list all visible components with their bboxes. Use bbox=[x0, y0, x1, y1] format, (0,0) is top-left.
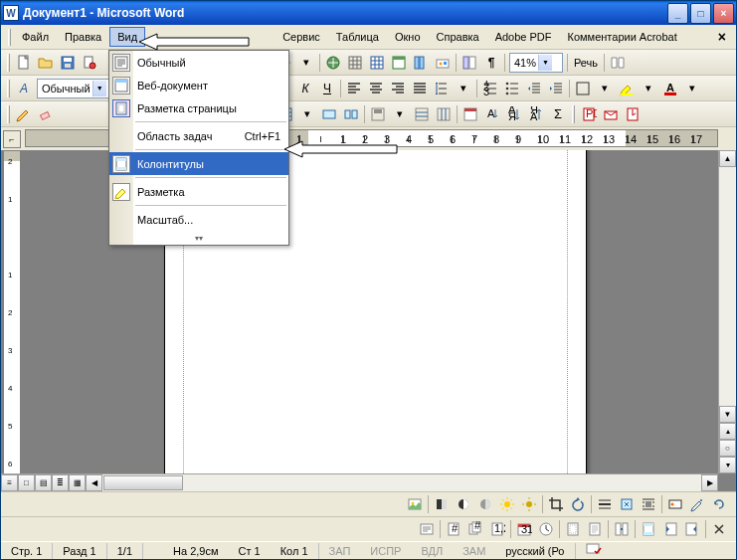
menu-item-web[interactable]: Веб-документ bbox=[109, 74, 288, 96]
vertical-ruler[interactable]: 2112345678 bbox=[3, 150, 21, 491]
draw-table-icon[interactable] bbox=[13, 103, 35, 125]
show-next-icon[interactable] bbox=[681, 518, 703, 540]
less-bright-icon[interactable] bbox=[518, 493, 540, 515]
more-bright-icon[interactable] bbox=[496, 493, 518, 515]
text-wrap-icon[interactable] bbox=[638, 493, 659, 515]
dropdown-arrow-icon[interactable]: ▾ bbox=[296, 103, 318, 125]
maximize-button[interactable]: □ bbox=[690, 3, 711, 24]
menu-item-header-footer[interactable]: Колонтитулы bbox=[109, 152, 288, 175]
hyperlink-icon[interactable] bbox=[322, 52, 344, 74]
vertical-scrollbar[interactable]: ▲ ▼ ▴ ○ ▾ bbox=[718, 150, 736, 473]
split-cells-icon[interactable] bbox=[340, 103, 362, 125]
excel-icon[interactable] bbox=[388, 52, 410, 74]
justify-icon[interactable] bbox=[409, 78, 431, 99]
tables-borders-icon[interactable] bbox=[344, 52, 366, 74]
insert-date-icon[interactable]: 31 bbox=[513, 518, 535, 540]
read-mode-icon[interactable] bbox=[607, 52, 629, 74]
new-doc-icon[interactable] bbox=[13, 52, 35, 74]
highlight-icon[interactable] bbox=[616, 78, 638, 99]
scroll-up-icon[interactable]: ▲ bbox=[719, 150, 736, 167]
dropdown-arrow-icon[interactable]: ▾ bbox=[638, 78, 659, 99]
pdf-mail-icon[interactable] bbox=[600, 103, 622, 125]
compress-icon[interactable] bbox=[616, 493, 638, 515]
menu-item-taskpane[interactable]: Область задач Ctrl+F1 bbox=[109, 124, 288, 147]
dropdown-arrow-icon[interactable]: ▾ bbox=[453, 78, 474, 99]
view-mode-button-2[interactable]: ▤ bbox=[35, 474, 52, 491]
same-as-prev-icon[interactable] bbox=[611, 518, 633, 540]
format-page-num-icon[interactable]: 1,2 bbox=[486, 518, 508, 540]
menu-acrobat[interactable]: Комментарии Acrobat bbox=[560, 27, 685, 47]
menu-edit[interactable]: Правка bbox=[57, 27, 109, 47]
page-number-icon[interactable]: # bbox=[443, 518, 464, 540]
merge-cells-icon[interactable] bbox=[318, 103, 340, 125]
insert-autotext-icon[interactable] bbox=[416, 518, 438, 540]
bullet-list-icon[interactable] bbox=[501, 78, 523, 99]
eraser-icon[interactable] bbox=[35, 103, 57, 125]
scroll-left-icon[interactable]: ◀ bbox=[86, 474, 102, 491]
italic-icon[interactable]: К bbox=[294, 78, 316, 99]
reset-picture-icon[interactable] bbox=[708, 493, 730, 515]
pdf-review-icon[interactable] bbox=[622, 103, 644, 125]
insert-picture-icon[interactable] bbox=[404, 493, 426, 515]
align-left-icon[interactable] bbox=[343, 78, 365, 99]
rotate-left-icon[interactable] bbox=[567, 493, 589, 515]
chevron-down-icon[interactable]: ▼ bbox=[92, 81, 106, 96]
scroll-thumb[interactable] bbox=[103, 475, 183, 490]
insert-table-icon[interactable] bbox=[366, 52, 388, 74]
color-mode-icon[interactable] bbox=[431, 493, 453, 515]
view-mode-button-1[interactable]: □ bbox=[18, 474, 35, 491]
dropdown-arrow-icon[interactable]: ▾ bbox=[295, 52, 317, 74]
show-marks-icon[interactable]: ¶ bbox=[480, 52, 502, 74]
drawing-icon[interactable] bbox=[432, 52, 454, 74]
horizontal-scrollbar[interactable]: ≡□▤≣▦ ◀ ▶ bbox=[1, 473, 718, 491]
status-ovr[interactable]: ЗАМ bbox=[453, 543, 495, 559]
dropdown-arrow-icon[interactable]: ▾ bbox=[594, 78, 616, 99]
pdf-icon[interactable]: PDF bbox=[578, 103, 600, 125]
show-hide-text-icon[interactable] bbox=[584, 518, 606, 540]
sort-asc-icon[interactable]: АЯ bbox=[503, 103, 525, 125]
chevron-down-icon[interactable]: ▼ bbox=[538, 55, 552, 71]
menu-expand-chevron[interactable]: ▾▾ bbox=[109, 231, 288, 245]
page-setup-icon[interactable] bbox=[562, 518, 584, 540]
status-lang[interactable]: русский (Ро bbox=[495, 543, 575, 559]
align-right-icon[interactable] bbox=[387, 78, 409, 99]
numbered-list-icon[interactable]: 123 bbox=[479, 78, 501, 99]
distribute-cols-icon[interactable] bbox=[433, 103, 455, 125]
less-contrast-icon[interactable] bbox=[474, 493, 496, 515]
styles-pane-icon[interactable]: A bbox=[13, 78, 35, 99]
minimize-button[interactable]: _ bbox=[667, 3, 688, 24]
underline-icon[interactable]: Ч bbox=[316, 78, 338, 99]
menu-table[interactable]: Таблица bbox=[328, 27, 387, 47]
borders-icon[interactable] bbox=[572, 78, 594, 99]
toolbar-grip[interactable] bbox=[8, 29, 11, 46]
close-document-button[interactable]: × bbox=[712, 29, 732, 45]
show-prev-icon[interactable] bbox=[659, 518, 681, 540]
view-mode-button-3[interactable]: ≣ bbox=[52, 474, 69, 491]
close-button[interactable]: × bbox=[713, 3, 734, 24]
increase-indent-icon[interactable] bbox=[545, 78, 567, 99]
autoformat-icon[interactable] bbox=[460, 103, 481, 125]
menu-item-zoom[interactable]: Масштаб... bbox=[109, 208, 288, 231]
status-section[interactable]: Разд 1 bbox=[53, 543, 106, 559]
dropdown-arrow-icon[interactable]: ▾ bbox=[389, 103, 411, 125]
toolbar-grip[interactable] bbox=[7, 80, 10, 97]
status-col[interactable]: Кол 1 bbox=[271, 543, 319, 559]
decrease-indent-icon[interactable] bbox=[523, 78, 545, 99]
transparent-color-icon[interactable] bbox=[686, 493, 708, 515]
menu-item-markup[interactable]: Разметка bbox=[109, 180, 288, 203]
toolbar-grip[interactable] bbox=[7, 54, 10, 72]
browse-object-icon[interactable]: ○ bbox=[719, 440, 736, 457]
font-color-icon[interactable]: A bbox=[659, 78, 681, 99]
text-direction-icon[interactable]: А bbox=[481, 103, 503, 125]
menu-item-normal[interactable]: Обычный bbox=[109, 51, 288, 74]
view-mode-button-0[interactable]: ≡ bbox=[1, 474, 18, 491]
status-line[interactable]: Ст 1 bbox=[229, 543, 271, 559]
status-pages[interactable]: 1/1 bbox=[107, 543, 143, 559]
switch-header-footer-icon[interactable] bbox=[638, 518, 659, 540]
status-fix[interactable]: ИСПР bbox=[360, 543, 411, 559]
save-icon[interactable] bbox=[57, 52, 79, 74]
status-ext[interactable]: ВДЛ bbox=[411, 543, 453, 559]
prev-page-icon[interactable]: ▴ bbox=[719, 423, 736, 440]
sort-desc-icon[interactable]: ЯА bbox=[525, 103, 547, 125]
crop-icon[interactable] bbox=[545, 493, 567, 515]
